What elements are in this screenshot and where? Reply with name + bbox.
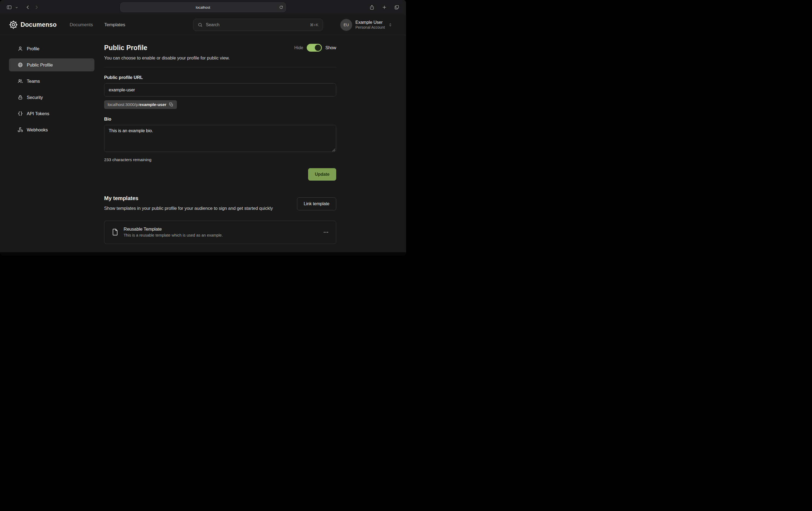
new-tab-button[interactable] — [381, 4, 387, 10]
url-prefix: localhost:3000/p/ — [108, 102, 139, 107]
divider — [104, 67, 336, 67]
toggle-knob — [315, 44, 321, 51]
tabs-icon — [394, 5, 400, 10]
page-subtitle: You can choose to enable or disable your… — [104, 55, 336, 61]
template-info: Reusable Template This is a reusable tem… — [124, 226, 318, 238]
visibility-toggle-group: Hide Show — [294, 44, 336, 52]
tab-overview-button[interactable] — [394, 4, 400, 10]
sidebar-item-webhooks[interactable]: Webhooks — [9, 123, 94, 136]
account-menu-button[interactable]: EU Example User Personal Account — [340, 19, 393, 31]
back-button[interactable] — [25, 4, 31, 10]
settings-sidebar: Profile Public Profile Teams Security AP… — [9, 42, 94, 252]
avatar: EU — [340, 19, 352, 31]
sidebar-menu-chevron-button[interactable] — [14, 5, 19, 9]
sidebar-item-label: Profile — [27, 46, 39, 51]
link-template-button[interactable]: Link template — [297, 198, 336, 210]
profile-visibility-toggle[interactable] — [307, 44, 322, 52]
brand[interactable]: Documenso — [9, 21, 57, 29]
sidebar-item-label: Teams — [27, 79, 40, 84]
chrome-right-controls — [369, 4, 400, 10]
sidebar-panel-icon — [6, 5, 12, 10]
update-button[interactable]: Update — [308, 168, 336, 181]
address-bar-url: localhost — [196, 5, 210, 9]
search-input[interactable]: Search ⌘+K — [193, 19, 323, 31]
copy-url-button[interactable] — [169, 102, 173, 107]
bio-textarea[interactable]: This is an example bio. — [104, 125, 336, 152]
settings-content: Profile Public Profile Teams Security AP… — [0, 35, 406, 252]
app-header: Documenso Documents Templates Search ⌘+K… — [0, 14, 406, 35]
reload-button[interactable] — [279, 5, 283, 9]
globe-icon — [18, 62, 23, 68]
sidebar-item-label: Public Profile — [27, 62, 53, 68]
user-icon — [18, 46, 23, 51]
sidebar-item-label: API Tokens — [27, 111, 49, 116]
toggle-show-label: Show — [325, 46, 336, 50]
address-bar[interactable]: localhost — [120, 2, 286, 12]
templates-heading-block: My templates Show templates in your publ… — [104, 195, 273, 212]
share-button[interactable] — [369, 4, 375, 10]
resize-grip-icon[interactable] — [332, 148, 336, 152]
public-profile-url-input[interactable] — [104, 83, 336, 96]
sidebar-item-security[interactable]: Security — [9, 91, 94, 104]
browser-window: localhost D — [0, 0, 406, 256]
braces-icon — [18, 111, 23, 116]
chevrons-up-down-icon — [388, 23, 393, 27]
sidebar-item-public-profile[interactable]: Public Profile — [9, 58, 94, 71]
my-templates-description: Show templates in your public profile fo… — [104, 205, 273, 212]
window-bottom-edge — [0, 252, 406, 256]
nav-templates[interactable]: Templates — [104, 22, 125, 28]
page-title: Public Profile — [104, 44, 147, 52]
reload-icon — [279, 5, 283, 9]
public-profile-panel: Public Profile Hide Show You can choose … — [104, 42, 336, 252]
sidebar-item-teams[interactable]: Teams — [9, 74, 94, 88]
webhook-icon — [18, 127, 23, 132]
profile-url-text: localhost:3000/p/example-user — [108, 102, 166, 107]
top-nav: Documents Templates — [69, 22, 125, 28]
account-name: Example User — [355, 20, 385, 25]
forward-button[interactable] — [33, 4, 40, 10]
url-slug: example-user — [139, 102, 166, 107]
browser-chrome: localhost — [0, 0, 406, 14]
brand-name: Documenso — [21, 21, 57, 28]
copy-icon — [169, 102, 173, 107]
bio-field-label: Bio — [104, 117, 336, 122]
chevron-down-icon — [15, 6, 18, 9]
nav-documents[interactable]: Documents — [69, 22, 93, 28]
characters-remaining: 233 characters remaining — [104, 157, 336, 162]
ellipsis-icon — [323, 229, 329, 235]
users-icon — [18, 79, 23, 84]
search-placeholder: Search — [206, 23, 307, 27]
sidebar-toggle-button[interactable] — [6, 4, 12, 10]
url-field-label: Public profile URL — [104, 75, 336, 80]
plus-icon — [382, 5, 387, 10]
documenso-logo — [9, 21, 18, 29]
sidebar-item-label: Webhooks — [27, 127, 48, 132]
search-icon — [198, 23, 203, 27]
file-icon — [111, 229, 119, 236]
sidebar-item-profile[interactable]: Profile — [9, 42, 94, 55]
template-description: This is a reusable template which is use… — [124, 233, 318, 238]
account-type: Personal Account — [355, 25, 385, 30]
template-name: Reusable Template — [124, 226, 318, 232]
sidebar-item-api-tokens[interactable]: API Tokens — [9, 107, 94, 120]
chevron-right-icon — [34, 5, 39, 10]
my-templates-title: My templates — [104, 195, 273, 202]
chrome-left-controls — [6, 4, 40, 10]
template-list-item: Reusable Template This is a reusable tem… — [104, 221, 336, 244]
share-icon — [369, 5, 375, 10]
sidebar-item-label: Security — [27, 95, 43, 100]
chevron-left-icon — [25, 5, 31, 10]
template-more-button[interactable] — [323, 229, 329, 235]
search-shortcut: ⌘+K — [310, 23, 319, 27]
toggle-hide-label: Hide — [294, 46, 303, 50]
profile-url-preview: localhost:3000/p/example-user — [104, 100, 177, 109]
lock-icon — [18, 95, 23, 100]
app-root: Documenso Documents Templates Search ⌘+K… — [0, 14, 406, 252]
account-text: Example User Personal Account — [355, 20, 385, 30]
